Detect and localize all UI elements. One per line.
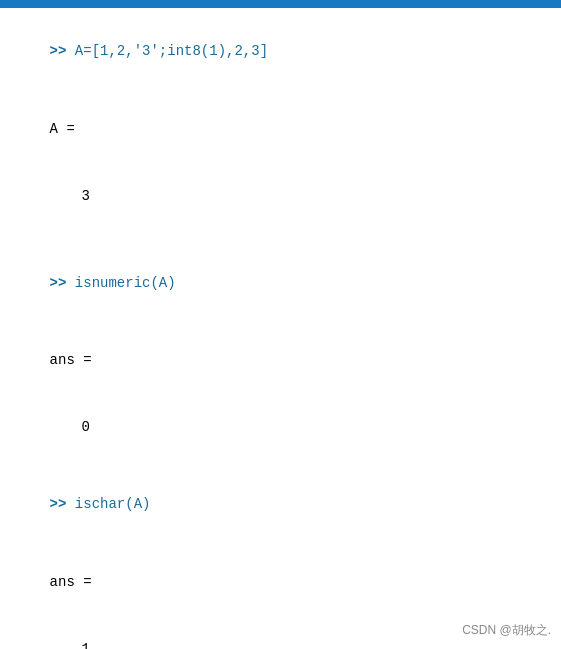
prompt-1: >> bbox=[50, 43, 75, 59]
blank-5 bbox=[16, 461, 545, 471]
command-line-2: >> isnumeric(A) bbox=[16, 250, 545, 317]
code-1: A=[1,2,'3';int8(1),2,3] bbox=[75, 43, 268, 59]
output-label-ans1: ans = bbox=[16, 327, 545, 394]
output-value-ans1: 0 bbox=[16, 394, 545, 461]
prompt-2: >> bbox=[50, 275, 75, 291]
code-2: isnumeric(A) bbox=[75, 275, 176, 291]
prompt-3: >> bbox=[50, 496, 75, 512]
command-line-1: >> A=[1,2,'3';int8(1),2,3] bbox=[16, 18, 545, 85]
top-bar bbox=[0, 0, 561, 8]
blank-6 bbox=[16, 538, 545, 548]
terminal-window: >> A=[1,2,'3';int8(1),2,3] A = 3 >> isnu… bbox=[0, 0, 561, 649]
command-line-3: >> ischar(A) bbox=[16, 471, 545, 538]
watermark: CSDN @胡牧之. bbox=[462, 622, 551, 639]
blank-1 bbox=[16, 85, 545, 95]
code-3: ischar(A) bbox=[75, 496, 151, 512]
output-value-a: 3 bbox=[16, 162, 545, 229]
blank-4 bbox=[16, 317, 545, 327]
blank-3 bbox=[16, 240, 545, 250]
blank-2 bbox=[16, 230, 545, 240]
output-label-ans2: ans = bbox=[16, 548, 545, 615]
output-label-a: A = bbox=[16, 95, 545, 162]
